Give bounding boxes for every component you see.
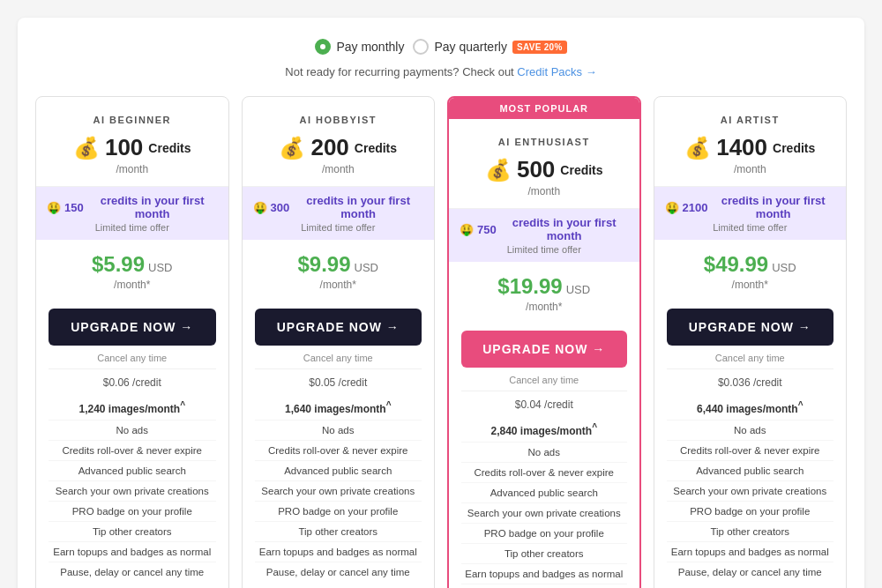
promo-icon: 🤑 bbox=[47, 201, 61, 214]
cancel-note: Cancel any time bbox=[654, 353, 847, 363]
price-currency: USD bbox=[772, 261, 796, 274]
plan-name: AI HOBBYIST bbox=[257, 115, 421, 125]
quarterly-label: Pay quarterly bbox=[434, 40, 506, 54]
price-row: $9.99 USD bbox=[257, 252, 421, 277]
promo-banner: 🤑 750 credits in your first month Limite… bbox=[449, 209, 639, 262]
feature-item: Credits roll-over & never expire bbox=[461, 463, 627, 483]
quarterly-radio[interactable] bbox=[413, 39, 429, 55]
feature-item: Tip other creators bbox=[49, 522, 216, 542]
price-row: $49.99 USD bbox=[669, 252, 833, 277]
plan-card-artist: AI ARTIST 💰 1400 Credits /month 🤑 2100 c… bbox=[654, 96, 848, 588]
per-month: /month bbox=[669, 163, 833, 175]
plan-name: AI ARTIST bbox=[669, 115, 833, 125]
feature-item: Pause, delay or cancel any time bbox=[49, 562, 216, 582]
upgrade-button-artist[interactable]: UPGRADE NOW → bbox=[667, 309, 834, 346]
most-popular-banner: MOST POPULAR bbox=[449, 98, 639, 119]
feature-item: Tip other creators bbox=[461, 544, 627, 564]
feature-item: No ads bbox=[49, 421, 216, 441]
feature-item: Credits roll-over & never expire bbox=[667, 441, 834, 461]
promo-amount: 150 bbox=[64, 201, 84, 214]
credit-packs-note: Not ready for recurring payments? Check … bbox=[35, 65, 847, 78]
promo-banner: 🤑 2100 credits in your first month Limit… bbox=[654, 187, 847, 240]
monthly-radio[interactable] bbox=[315, 39, 331, 55]
feature-item: Advanced public search bbox=[667, 461, 834, 481]
features-list: 6,440 images/month^ No adsCredits roll-o… bbox=[654, 389, 847, 582]
plan-credits: 💰 1400 Credits bbox=[669, 134, 833, 161]
upgrade-button-hobbyist[interactable]: UPGRADE NOW → bbox=[255, 309, 422, 346]
monthly-option[interactable]: Pay monthly bbox=[315, 39, 404, 55]
promo-text: credits in your first month bbox=[87, 194, 218, 220]
promo-credits-row: 🤑 750 credits in your first month bbox=[460, 216, 629, 242]
price-row: $19.99 USD bbox=[463, 274, 625, 299]
features-list: 1,640 images/month^ No adsCredits roll-o… bbox=[243, 389, 435, 582]
promo-amount: 300 bbox=[271, 201, 290, 214]
credits-amount: 100 bbox=[105, 134, 143, 161]
credits-label: Credits bbox=[560, 163, 602, 177]
promo-banner: 🤑 300 credits in your first month Limite… bbox=[243, 187, 435, 240]
feature-item: Credits roll-over & never expire bbox=[49, 441, 216, 461]
plan-header: AI ENTHUSIAST 💰 500 Credits /month bbox=[449, 119, 639, 209]
coin-icon: 💰 bbox=[279, 136, 305, 160]
promo-sub: Limited time offer bbox=[47, 222, 218, 233]
feature-item: Earn topups and badges as normal bbox=[255, 542, 422, 562]
feature-item: Earn topups and badges as normal bbox=[461, 564, 627, 584]
per-credit: $0.04 /credit bbox=[461, 391, 627, 411]
promo-text: credits in your first month bbox=[500, 216, 629, 242]
per-month: /month bbox=[463, 185, 625, 197]
feature-item: Search your own private creations bbox=[461, 503, 627, 524]
plan-credits: 💰 500 Credits bbox=[463, 156, 625, 183]
features-list: 2,840 images/month^ No adsCredits roll-o… bbox=[449, 411, 639, 588]
plan-name: AI ENTHUSIAST bbox=[463, 137, 625, 147]
credit-packs-link[interactable]: Credit Packs → bbox=[517, 65, 596, 78]
promo-sub: Limited time offer bbox=[253, 222, 424, 233]
coin-icon: 💰 bbox=[684, 136, 711, 160]
feature-item: Advanced public search bbox=[461, 483, 627, 503]
price-currency: USD bbox=[355, 261, 378, 274]
credits-label: Credits bbox=[355, 141, 397, 155]
feature-item: Earn topups and badges as normal bbox=[49, 542, 216, 562]
promo-icon: 🤑 bbox=[460, 223, 474, 236]
promo-sub: Limited time offer bbox=[665, 222, 836, 233]
per-credit: $0.05 /credit bbox=[255, 368, 422, 389]
feature-item: Advanced public search bbox=[255, 461, 422, 481]
price-currency: USD bbox=[566, 283, 590, 296]
feature-item: No ads bbox=[667, 421, 834, 441]
feature-item: PRO badge on your profile bbox=[667, 502, 834, 522]
feature-item: Pause, delay or cancel any time bbox=[667, 562, 834, 582]
feature-item: Pause, delay or cancel any time bbox=[255, 562, 422, 582]
promo-amount: 2100 bbox=[683, 201, 708, 214]
promo-text: credits in your first month bbox=[711, 194, 835, 220]
monthly-label: Pay monthly bbox=[336, 40, 404, 54]
images-month: 2,840 images/month^ bbox=[461, 418, 627, 443]
quarterly-option[interactable]: Pay quarterly SAVE 20% bbox=[413, 39, 566, 55]
feature-item: Search your own private creations bbox=[49, 481, 216, 502]
images-month: 1,240 images/month^ bbox=[49, 396, 216, 421]
images-month: 6,440 images/month^ bbox=[667, 396, 834, 421]
feature-item: Search your own private creations bbox=[667, 481, 834, 502]
price-amount: $5.99 bbox=[92, 252, 145, 277]
promo-icon: 🤑 bbox=[665, 201, 679, 214]
plan-pricing: $9.99 USD /month* bbox=[243, 240, 435, 300]
plan-name: AI BEGINNER bbox=[50, 115, 214, 125]
plan-header: AI HOBBYIST 💰 200 Credits /month bbox=[243, 97, 435, 187]
credits-label: Credits bbox=[148, 141, 191, 155]
promo-amount: 750 bbox=[477, 223, 497, 236]
price-row: $5.99 USD bbox=[50, 252, 214, 277]
promo-text: credits in your first month bbox=[293, 194, 423, 220]
upgrade-button-beginner[interactable]: UPGRADE NOW → bbox=[49, 309, 216, 346]
feature-item: Earn topups and badges as normal bbox=[667, 542, 834, 562]
per-month: /month bbox=[50, 163, 214, 175]
per-month: /month bbox=[257, 163, 421, 175]
price-period: /month* bbox=[669, 279, 833, 291]
feature-item: No ads bbox=[255, 421, 422, 441]
plan-pricing: $49.99 USD /month* bbox=[654, 240, 847, 300]
plan-header: AI BEGINNER 💰 100 Credits /month bbox=[36, 97, 228, 187]
price-amount: $19.99 bbox=[497, 274, 562, 299]
feature-item: PRO badge on your profile bbox=[461, 524, 627, 544]
plan-pricing: $5.99 USD /month* bbox=[36, 240, 228, 300]
feature-item: Advanced public search bbox=[49, 461, 216, 481]
upgrade-button-enthusiast[interactable]: UPGRADE NOW → bbox=[461, 331, 627, 368]
price-period: /month* bbox=[50, 279, 214, 291]
plan-card-beginner: AI BEGINNER 💰 100 Credits /month 🤑 150 c… bbox=[35, 96, 229, 588]
features-list: 1,240 images/month^ No adsCredits roll-o… bbox=[36, 389, 228, 582]
